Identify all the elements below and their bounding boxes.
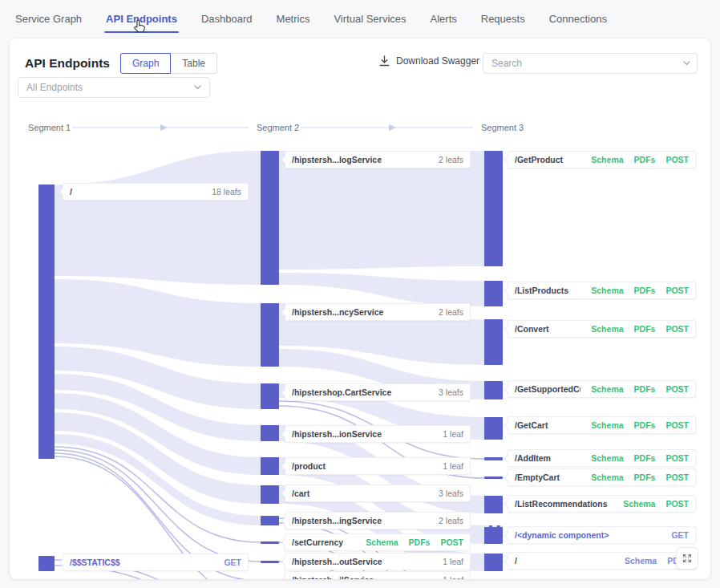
post-link[interactable]: POST xyxy=(665,324,689,334)
nav-service-graph[interactable]: Service Graph xyxy=(15,13,82,25)
node-row-cart[interactable]: /cart 3 leafs xyxy=(285,485,471,502)
node-bar-ionservice[interactable] xyxy=(261,425,279,441)
node-row-root-leaf[interactable]: / Schema PDFs xyxy=(508,552,696,570)
pdfs-link[interactable]: PDFs xyxy=(409,537,431,547)
nav-alerts[interactable]: Alerts xyxy=(431,13,457,25)
post-link[interactable]: POST xyxy=(665,472,689,482)
endpoints-filter-select[interactable]: All Endpoints xyxy=(18,77,210,98)
post-link[interactable]: POST xyxy=(665,384,689,394)
node-bar-static[interactable] xyxy=(38,556,55,571)
node-row-getproduct[interactable]: /GetProduct Schema PDFs POST xyxy=(508,151,696,168)
node-row-emptycart[interactable]: /EmptyCart Schema PDFs POST xyxy=(508,468,696,486)
node-bar-root[interactable] xyxy=(38,185,55,459)
caret xyxy=(504,422,512,430)
post-link[interactable]: POST xyxy=(665,453,689,463)
caret xyxy=(504,532,512,540)
post-link[interactable]: POST xyxy=(440,537,463,547)
method-badge: GET xyxy=(671,530,689,540)
node-row-ingservice[interactable]: /hipstersh...ingService 2 leafs xyxy=(285,512,471,529)
node-bar-dynamic-component[interactable] xyxy=(484,525,503,544)
node-bar-logservice[interactable] xyxy=(261,151,279,285)
node-bar-listproducts[interactable] xyxy=(484,281,503,306)
pdfs-link[interactable]: PDFs xyxy=(634,472,656,482)
schema-link[interactable]: Schema xyxy=(591,472,623,482)
node-bar-emptycart[interactable] xyxy=(484,476,503,479)
post-link[interactable]: POST xyxy=(665,286,689,295)
node-row-setcurrency[interactable]: /setCurrency Schema PDFs POST xyxy=(285,533,471,551)
node-row-product[interactable]: /product 1 leaf xyxy=(285,457,471,475)
schema-link[interactable]: Schema xyxy=(625,556,657,566)
node-bar-getsupportedcurrencies[interactable] xyxy=(484,381,503,399)
schema-link[interactable]: Schema xyxy=(591,384,623,394)
node-row-root[interactable]: / 18 leafs xyxy=(63,183,249,201)
node-row-getsupportedcurrencies[interactable]: /GetSupportedCurrencies Schema PDFs POST xyxy=(508,380,696,398)
pdfs-link[interactable]: PDFs xyxy=(634,420,656,430)
node-row-ionservice[interactable]: /hipstersh...ionService 1 leaf xyxy=(285,425,471,443)
caret xyxy=(59,189,67,197)
node-row-cartservice[interactable]: /hipstershop.CartService 3 leafs xyxy=(285,383,471,401)
node-bar-ncyservice[interactable] xyxy=(261,303,279,367)
pdfs-link[interactable]: PDFs xyxy=(634,453,656,463)
node-bar-outservice[interactable] xyxy=(261,561,279,563)
schema-link[interactable]: Schema xyxy=(591,286,623,295)
node-label: /setCurrency xyxy=(292,537,355,547)
node-bar-additem[interactable] xyxy=(484,457,503,460)
method-badge: GET xyxy=(224,558,241,567)
node-row-additem[interactable]: /AddItem Schema PDFs POST xyxy=(508,449,696,467)
pdfs-link[interactable]: PDFs xyxy=(634,384,656,394)
schema-link[interactable]: Schema xyxy=(591,453,623,463)
chevron-down-icon xyxy=(683,61,690,66)
node-label: /$$STATIC$$ xyxy=(70,558,219,567)
post-link[interactable]: POST xyxy=(665,420,689,430)
node-row-listrecommendations[interactable]: /ListRecommendations Schema POST xyxy=(508,495,696,513)
node-bar-getproduct[interactable] xyxy=(484,151,503,266)
pdfs-link[interactable]: PDFs xyxy=(634,324,656,334)
expand-button[interactable] xyxy=(676,547,698,570)
segment-arrow-2 xyxy=(301,124,473,131)
node-bar-convert[interactable] xyxy=(484,319,503,365)
node-row-ilservice[interactable]: /hipstersh...ilService 1 leaf xyxy=(285,571,471,579)
table-view-button[interactable]: Table xyxy=(170,53,217,74)
nav-metrics[interactable]: Metrics xyxy=(277,13,310,25)
node-bar-setcurrency[interactable] xyxy=(261,541,279,544)
nav-virtual-services[interactable]: Virtual Services xyxy=(334,13,406,25)
node-row-listproducts[interactable]: /ListProducts Schema PDFs POST xyxy=(508,282,696,299)
schema-link[interactable]: Schema xyxy=(623,499,655,509)
schema-link[interactable]: Schema xyxy=(591,324,623,334)
nav-connections[interactable]: Connections xyxy=(549,13,607,25)
schema-link[interactable]: Schema xyxy=(591,420,623,430)
post-link[interactable]: POST xyxy=(665,155,689,164)
schema-link[interactable]: Schema xyxy=(591,155,623,164)
node-label: /hipstersh...logService xyxy=(292,155,434,164)
node-row-outservice[interactable]: /hipstersh...outService 1 leaf xyxy=(285,553,471,570)
schema-link[interactable]: Schema xyxy=(366,537,398,547)
node-row-getcart[interactable]: /GetCart Schema PDFs POST xyxy=(508,416,696,434)
leaf-count: 3 leafs xyxy=(439,387,463,397)
search-input[interactable] xyxy=(483,53,698,74)
node-row-logservice[interactable]: /hipstersh...logService 2 leafs xyxy=(285,151,471,168)
post-link[interactable]: POST xyxy=(665,499,689,509)
nav-dashboard[interactable]: Dashboard xyxy=(201,13,253,25)
node-label: / xyxy=(515,556,614,566)
node-bar-root-leaf[interactable] xyxy=(484,554,503,571)
nav-api-endpoints[interactable]: API Endpoints xyxy=(106,13,177,25)
expand-arrows-icon xyxy=(682,553,693,564)
node-row-ncyservice[interactable]: /hipstersh...ncyService 2 leafs xyxy=(285,303,471,321)
node-bar-getcart[interactable] xyxy=(484,417,503,440)
nav-requests[interactable]: Requests xyxy=(481,13,525,25)
node-bar-listrecommendations[interactable] xyxy=(484,496,503,513)
leaf-count: 18 leafs xyxy=(212,187,241,197)
node-label: / xyxy=(70,187,207,197)
node-bar-ingservice[interactable] xyxy=(261,516,279,525)
pdfs-link[interactable]: PDFs xyxy=(634,155,656,164)
node-row-convert[interactable]: /Convert Schema PDFs POST xyxy=(508,320,696,338)
graph-view-button[interactable]: Graph xyxy=(120,53,171,74)
node-bar-product[interactable] xyxy=(261,457,279,475)
node-bar-cart[interactable] xyxy=(261,485,279,504)
node-bar-cartservice[interactable] xyxy=(261,383,279,409)
node-row-dynamic-component[interactable]: /<dynamic component> GET xyxy=(508,526,696,544)
node-row-static[interactable]: /$$STATIC$$ GET xyxy=(63,554,249,571)
caret xyxy=(504,474,512,482)
pdfs-link[interactable]: PDFs xyxy=(634,286,656,295)
download-swagger-button[interactable]: Download Swagger xyxy=(379,55,479,67)
